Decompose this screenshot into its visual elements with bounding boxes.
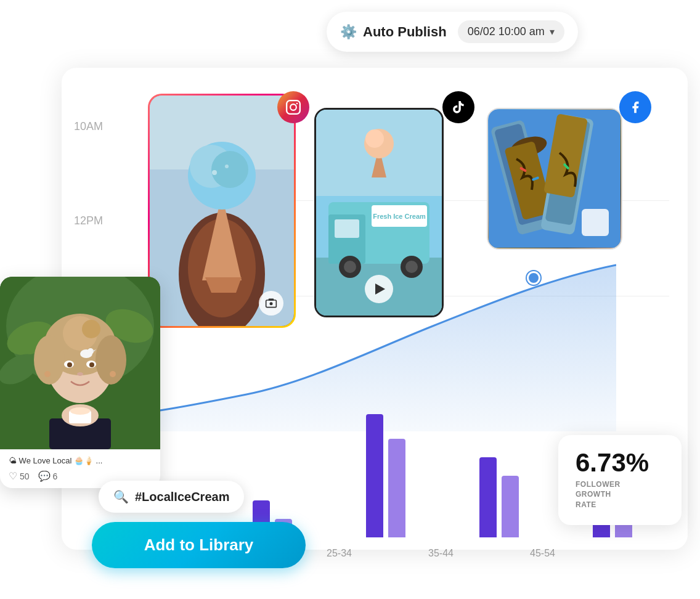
follower-growth-card: 6.73% FOLLOWERGROWTHRATE <box>558 435 682 525</box>
woman-photo <box>0 277 160 449</box>
bar-25-34-dark <box>366 414 383 537</box>
svg-point-62 <box>110 371 116 377</box>
comment-icon: 💬 <box>38 470 51 482</box>
svg-rect-22 <box>335 219 359 238</box>
axis-label-45-54: 45-54 <box>530 548 555 559</box>
svg-point-57 <box>89 362 94 367</box>
comments-stat: 💬 6 <box>38 470 58 482</box>
svg-point-50 <box>34 335 65 385</box>
svg-rect-13 <box>269 299 274 301</box>
facebook-badge <box>619 91 651 123</box>
likes-count: 50 <box>20 471 30 481</box>
tiktok-badge <box>442 91 474 123</box>
svg-point-12 <box>270 302 273 305</box>
svg-point-28 <box>405 261 418 273</box>
play-icon <box>375 283 385 295</box>
svg-marker-5 <box>205 277 242 293</box>
svg-point-31 <box>365 129 384 148</box>
bar-35-44-dark <box>479 457 497 537</box>
tiktok-post-image: Fresh Ice Cream <box>316 110 442 316</box>
axis-label-25-34: 25-34 <box>327 548 352 559</box>
facebook-post-card[interactable] <box>487 108 622 250</box>
facebook-card-overlay <box>582 209 609 236</box>
svg-rect-14 <box>287 100 300 114</box>
bottom-left-post-card: 🌤 We Love Local 🧁🍦 ... ♡ 50 💬 6 <box>0 277 160 488</box>
growth-rate-value: 6.73% <box>576 450 664 476</box>
bar-group-25-34 <box>329 414 442 537</box>
chart-indicator-dot <box>527 271 540 285</box>
svg-point-56 <box>67 362 72 367</box>
auto-publish-date[interactable]: 06/02 10:00 am ▾ <box>458 20 564 43</box>
svg-point-10 <box>225 165 229 168</box>
instagram-badge <box>277 91 309 123</box>
bar-35-44-light <box>502 476 519 537</box>
add-to-library-label: Add to Library <box>144 536 254 555</box>
auto-publish-icon: ⚙️ <box>340 24 357 40</box>
hashtag-text: #LocalIceCream <box>135 490 229 504</box>
auto-publish-bar[interactable]: ⚙️ Auto Publish 06/02 10:00 am ▾ <box>327 12 578 52</box>
svg-point-26 <box>344 261 356 273</box>
likes-stat: ♡ 50 <box>9 470 30 482</box>
auto-publish-date-value: 06/02 10:00 am <box>468 25 545 38</box>
play-button-tiktok[interactable] <box>365 275 393 303</box>
reel-icon <box>259 291 283 316</box>
svg-point-67 <box>70 407 90 415</box>
instagram-post-card[interactable] <box>148 94 296 328</box>
svg-point-60 <box>88 348 94 354</box>
svg-point-16 <box>296 103 298 105</box>
svg-point-53 <box>82 320 100 338</box>
svg-point-61 <box>44 371 51 377</box>
facebook-post-image <box>488 109 621 248</box>
auto-publish-label: Auto Publish <box>363 24 447 40</box>
axis-label-35-44: 35-44 <box>428 548 454 559</box>
bar-group-35-44 <box>442 457 556 537</box>
post-caption: 🌤 We Love Local 🧁🍦 ... <box>9 456 152 465</box>
comments-count: 6 <box>53 471 58 481</box>
main-container: 10AM 12PM ⚙️ Auto Publish 06/02 10:00 am… <box>0 0 700 599</box>
search-icon: 🔍 <box>113 489 129 504</box>
time-label-10am: 10AM <box>74 120 103 133</box>
growth-rate-label: FOLLOWERGROWTHRATE <box>576 479 664 510</box>
hashtag-search-pill[interactable]: 🔍 #LocalIceCream <box>99 481 244 513</box>
svg-text:Fresh Ice Cream: Fresh Ice Cream <box>373 213 426 220</box>
heart-icon: ♡ <box>9 470 17 482</box>
svg-point-58 <box>77 372 83 376</box>
svg-point-51 <box>96 335 126 385</box>
bar-25-34-light <box>388 439 405 537</box>
tiktok-post-card[interactable]: Fresh Ice Cream <box>314 108 444 317</box>
svg-point-15 <box>290 104 296 110</box>
chevron-down-icon: ▾ <box>550 26 555 38</box>
add-to-library-button[interactable]: Add to Library <box>92 522 306 568</box>
svg-point-8 <box>211 151 248 188</box>
svg-point-9 <box>212 170 217 175</box>
